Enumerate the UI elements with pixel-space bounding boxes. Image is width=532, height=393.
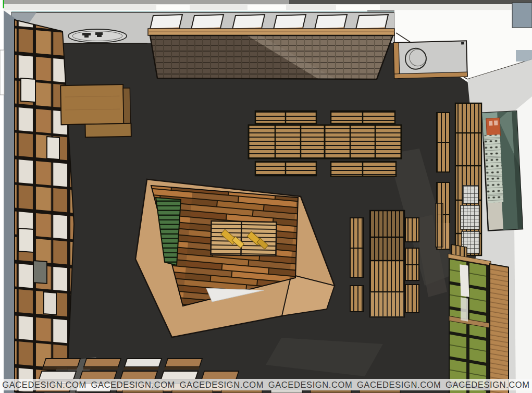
watermark-text: GACEDESIGN.COM xyxy=(91,380,175,390)
slatted-display-table xyxy=(211,221,276,256)
render-canvas: GACEDESIGN.COM GACEDESIGN.COM GACEDESIGN… xyxy=(0,0,532,393)
watermark-strip: GACEDESIGN.COM GACEDESIGN.COM GACEDESIGN… xyxy=(0,379,532,390)
corner-wall-panel xyxy=(512,3,532,28)
poster-logo xyxy=(486,118,501,136)
slatted-canopy-screen xyxy=(148,29,394,79)
slat-table xyxy=(331,162,396,176)
axis-line xyxy=(3,0,5,8)
wall-poster xyxy=(482,111,523,230)
left-cube-shelving-wall xyxy=(15,20,74,392)
slat-table xyxy=(350,286,364,312)
slat-table xyxy=(405,285,419,313)
watermark-text: GACEDESIGN.COM xyxy=(2,380,86,390)
wood-side-panel xyxy=(490,264,509,393)
slat-table xyxy=(405,218,419,242)
white-panel xyxy=(460,264,469,297)
watermark-text: GACEDESIGN.COM xyxy=(268,380,353,390)
mesh-baskets xyxy=(461,186,479,253)
white-panel xyxy=(461,297,468,321)
green-shelf-unit xyxy=(448,244,509,393)
watermark-text: GACEDESIGN.COM xyxy=(357,380,441,390)
wall-cabinet-unit xyxy=(393,41,467,79)
corner-wall-panel xyxy=(516,50,532,62)
watermark-text: GACEDESIGN.COM xyxy=(180,380,264,390)
oval-ceiling-panel xyxy=(68,29,127,43)
scene xyxy=(0,0,532,393)
watermark-text: GACEDESIGN.COM xyxy=(446,380,530,390)
